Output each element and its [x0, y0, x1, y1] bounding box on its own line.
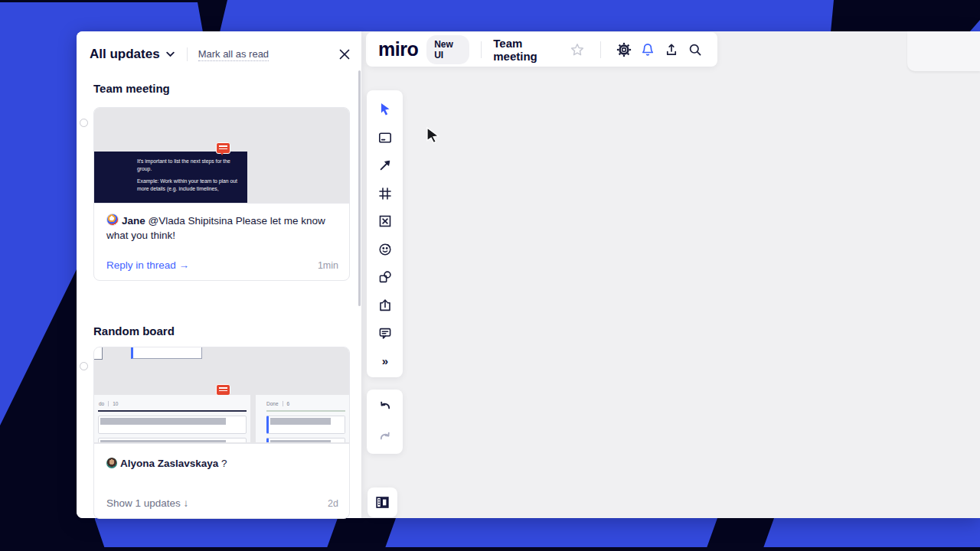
tools-toolbar: » [367, 90, 403, 377]
more-tools-icon[interactable]: » [371, 347, 399, 376]
shapes-tool-icon[interactable] [371, 263, 399, 292]
search-icon[interactable] [683, 37, 707, 63]
board-section-title[interactable]: Random board [93, 324, 175, 337]
board-thumbnail: It's important to list the next steps fo… [94, 108, 349, 204]
author-name: Jane [122, 215, 145, 227]
show-updates-button[interactable]: Show 1 updates ↓ [106, 497, 188, 509]
frames-panel-button[interactable] [368, 487, 397, 517]
star-icon[interactable] [565, 37, 589, 63]
frame-tool-icon[interactable] [371, 180, 399, 208]
thumbnail-shape [131, 347, 202, 359]
mouse-cursor [426, 127, 443, 145]
board-thumbnail: do 10 Done 6 [94, 347, 349, 444]
new-ui-badge: New UI [426, 35, 469, 64]
timestamp: 1min [318, 260, 338, 271]
screen: miro New UI Team meeting [0, 0, 980, 551]
notifications-panel: All updates Mark all as read Team meetin… [77, 31, 361, 518]
settings-gear-icon[interactable] [612, 37, 636, 63]
panel-scrollbar[interactable] [358, 70, 361, 306]
miro-app-window[interactable]: miro New UI Team meeting [77, 31, 980, 518]
board-section-title[interactable]: Team meeting [93, 82, 170, 95]
arrow-tool-icon[interactable] [371, 152, 399, 180]
notification-card[interactable]: It's important to list the next steps fo… [93, 107, 350, 281]
notification-message: ? [221, 458, 227, 469]
notification-card[interactable]: do 10 Done 6 [93, 347, 350, 519]
templates-card-icon[interactable] [371, 124, 399, 152]
reply-in-thread-link[interactable]: Reply in thread → [106, 259, 189, 271]
divider [187, 47, 188, 61]
upload-tool-icon[interactable] [371, 292, 399, 320]
image-tool-icon[interactable] [371, 207, 399, 236]
notification-text: Alyona Zaslavskaya ? [94, 444, 349, 471]
kanban-column: do 10 [94, 395, 250, 442]
top-bar: miro New UI Team meeting [366, 32, 717, 67]
notifications-bell-icon[interactable] [636, 37, 660, 63]
notifications-header: All updates Mark all as read [90, 41, 351, 68]
chevron-down-icon [166, 51, 175, 57]
sticky-note-preview: It's important to list the next steps fo… [94, 152, 247, 203]
unread-indicator[interactable] [80, 119, 88, 127]
card-footer: Show 1 updates ↓ 2d [106, 497, 338, 509]
updates-filter-dropdown[interactable]: All updates [90, 47, 175, 62]
thumbnail-shape [93, 347, 103, 360]
comment-badge-icon [216, 384, 230, 396]
notification-text: Jane @Vlada Shipitsina Please let me kno… [94, 204, 349, 243]
kanban-column: Done 6 [256, 395, 349, 442]
updates-filter-label: All updates [90, 47, 160, 62]
board-title[interactable]: Team meeting [493, 37, 562, 63]
card-footer: Reply in thread → 1min [106, 259, 338, 271]
divider [481, 41, 482, 58]
avatar [106, 458, 117, 468]
close-icon [338, 48, 351, 60]
author-name: Alyona Zaslavskaya [120, 458, 218, 469]
divider [600, 41, 601, 58]
select-tool-icon[interactable] [371, 96, 399, 124]
redo-icon[interactable] [371, 423, 399, 452]
comment-badge-icon [216, 142, 230, 154]
undo-icon[interactable] [371, 393, 399, 421]
unread-indicator[interactable] [80, 362, 88, 370]
avatar [106, 214, 119, 226]
partial-panel [907, 31, 980, 71]
undo-redo-panel [367, 390, 403, 454]
sticker-tool-icon[interactable] [371, 236, 399, 264]
timestamp: 2d [328, 498, 338, 509]
close-panel-button[interactable] [338, 48, 351, 60]
comment-tool-icon[interactable] [371, 319, 399, 347]
mark-all-read-button[interactable]: Mark all as read [198, 48, 269, 61]
export-share-icon[interactable] [660, 37, 684, 63]
miro-logo[interactable]: miro [378, 40, 418, 59]
